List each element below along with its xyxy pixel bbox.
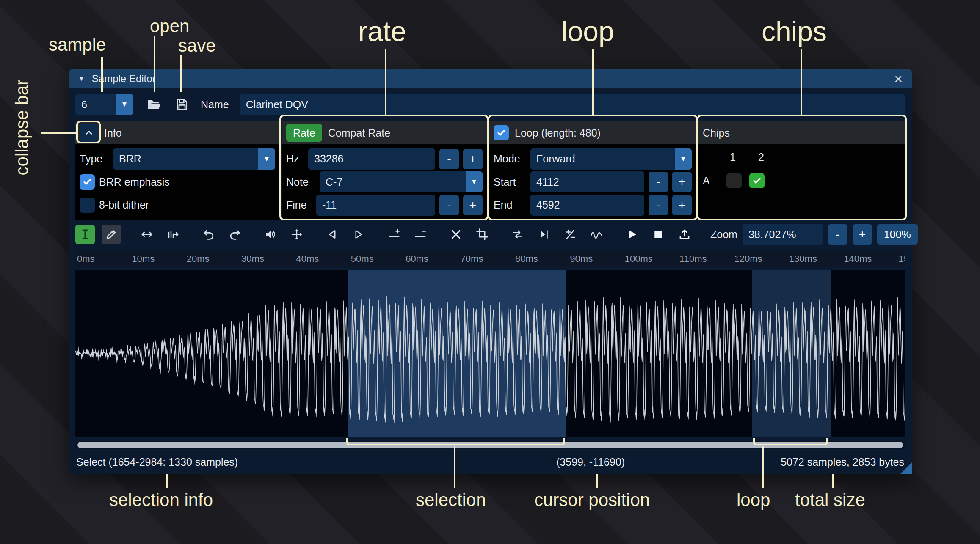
brr-emphasis-label: BRR emphasis [99,176,170,188]
sample-selector-dropdown-icon[interactable]: ▼ [116,94,133,115]
redo-button[interactable] [225,225,245,244]
undo-button[interactable] [199,225,218,244]
reverse-button[interactable] [508,225,527,244]
info-section: Info Type BRR ▼ BRR emphasis [75,121,279,220]
annotation-sample: sample [49,35,106,55]
window-titlebar[interactable]: ▼ Sample Editor × [69,69,912,88]
amplify-button[interactable] [261,225,280,244]
annotation-save: save [178,36,216,56]
annotation-line-loop-bottom [762,446,764,488]
timeline-tick: 60ms [406,253,428,264]
annotation-line-loop [592,49,594,116]
status-bar: Select (1654-2984: 1330 samples) (3599, … [75,452,905,471]
sample-type-select[interactable]: BRR ▼ [113,148,275,170]
dither-label: 8-bit dither [99,199,149,211]
sample-header-row: 6 ▼ Name Clarinet DQV [75,94,905,115]
timeline-tick: 10ms [132,253,155,264]
open-sample-button[interactable] [143,94,165,115]
waveform-canvas [75,270,905,437]
i-beam-cursor-icon [79,228,91,241]
timeline-tick: 90ms [570,253,593,264]
zoom-out-button[interactable]: - [828,224,847,245]
annotation-cursor-position: cursor position [534,490,650,510]
insert-silence-button[interactable] [384,225,404,244]
speaker-icon [264,228,277,241]
preview-stop-button[interactable] [649,225,668,244]
draw-mode-button[interactable] [102,225,121,244]
sample-toolbar: Zoom 38.7027% - + 100% [75,224,905,245]
trim-button[interactable] [472,225,492,244]
fade-in-button[interactable] [323,225,342,244]
annotation-line-open [154,36,155,92]
zoom-label: Zoom [710,228,737,241]
x-icon [450,228,462,241]
annotation-chips: chips [762,15,827,47]
arrows-swap-icon [511,228,524,241]
annotation-selection-info: selection info [109,490,213,510]
sine-wave-icon [590,228,603,241]
delete-button[interactable] [446,225,466,244]
timeline-tick: 80ms [515,253,538,264]
name-label: Name [201,99,229,111]
waveform-display[interactable] [75,270,905,437]
redo-icon [229,228,241,241]
triangle-right-icon [352,228,365,241]
annotation-loop-bottom: loop [737,490,770,510]
triangle-left-icon [326,228,339,241]
zoom-in-button[interactable]: + [853,224,872,245]
type-label: Type [80,153,109,165]
annotation-loop: loop [561,15,614,47]
zoom-reset-button[interactable]: 100% [877,224,918,245]
window-resize-grip[interactable] [900,462,912,474]
normalize-button[interactable] [287,225,306,244]
filter-button[interactable] [587,225,606,244]
timeline-tick: 120ms [734,253,762,264]
close-icon[interactable]: × [894,71,903,86]
window-collapse-icon[interactable]: ▼ [78,74,85,83]
crop-icon [476,228,489,241]
fade-out-button[interactable] [349,225,368,244]
annotation-collapse-bar: collapse bar [12,80,32,175]
resize-icon [141,228,153,241]
sample-name-input[interactable]: Clarinet DQV [240,94,905,115]
annotation-bracket-selection [346,438,565,445]
annotation-box-chips [697,115,907,220]
info-section-header: Info [75,121,279,144]
invert-button[interactable] [534,225,554,244]
timeline-tick: 70ms [461,253,483,264]
annotation-line-sample [101,57,103,92]
annotation-open: open [150,16,189,36]
undo-icon [202,228,215,241]
annotation-line-cursor [596,474,598,488]
timeline-tick: 40ms [296,253,319,264]
flip-sign-button[interactable] [560,225,580,244]
desktop-background: ▼ Sample Editor × 6 ▼ Name Clarin [0,0,980,544]
brr-emphasis-checkbox[interactable] [80,174,95,190]
timeline-tick: 0ms [77,253,95,264]
annotation-line-chips [801,49,802,116]
resize-button[interactable] [137,225,157,244]
preview-play-button[interactable] [622,225,642,244]
timeline-tick: 130ms [789,253,817,264]
upload-button[interactable] [675,225,694,244]
annotation-line-collapse-bar [41,132,76,134]
zoom-input[interactable]: 38.7027% [743,224,823,245]
timeline-tick: 30ms [241,253,264,264]
arrows-expand-icon [290,228,303,241]
save-sample-button[interactable] [171,94,193,115]
annotation-box-collapse [76,121,101,143]
annotation-line-save [180,55,182,92]
resample-button[interactable] [163,225,183,244]
annotation-box-rate [279,115,489,220]
sample-type-value: BRR [113,148,258,170]
sample-selector[interactable]: 6 ▼ [75,94,133,115]
timeline-tick: 50ms [351,253,374,264]
annotation-line-rate [385,49,386,116]
annotation-line-selection [454,446,455,488]
timeline-tick: 100ms [625,253,653,264]
select-mode-button[interactable] [75,225,95,244]
dropdown-icon[interactable]: ▼ [258,148,275,170]
apply-silence-button[interactable] [411,225,430,244]
timeline-ruler[interactable]: 0ms10ms20ms30ms40ms50ms60ms70ms80ms90ms1… [75,250,905,267]
dither-checkbox[interactable] [80,198,95,213]
